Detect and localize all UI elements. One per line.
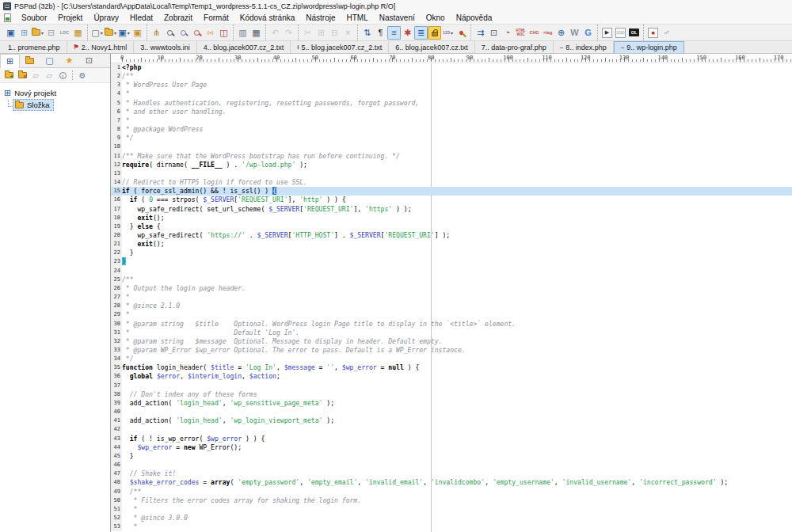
panel-tab-files[interactable] xyxy=(20,54,40,68)
script-template-icon[interactable]: ‹›* xyxy=(660,26,673,40)
html-validator-icon[interactable]: HTMLW3C xyxy=(514,26,527,40)
console-icon[interactable]: OL xyxy=(627,26,641,40)
new-window-icon[interactable]: ⊡ xyxy=(487,26,501,40)
chg-converter-icon[interactable]: CHG xyxy=(527,26,541,40)
panel-tab-windows[interactable]: ⊡ xyxy=(79,54,99,68)
menu-projekt[interactable]: Projekt xyxy=(52,13,88,22)
project-info-icon[interactable]: i xyxy=(56,69,69,82)
toolbar-group: ⇅¶≡✱≣123▾ xyxy=(358,25,471,40)
matching-bracket-icon[interactable]: (+) xyxy=(204,26,217,40)
line-number: 43 xyxy=(111,435,122,443)
project-remove-folder-icon[interactable]: × xyxy=(16,69,29,82)
ruler-mark: 120 xyxy=(581,55,591,61)
new-file-icon[interactable]: ▢▾ xyxy=(90,26,104,40)
menu-pravy[interactable]: Úpravy xyxy=(88,13,124,22)
redo-icon[interactable]: ↷ xyxy=(282,26,295,40)
code-text: // Shake it! xyxy=(122,469,792,478)
project-settings-icon[interactable]: ▦ xyxy=(71,26,85,40)
new-project-icon[interactable]: ▣ xyxy=(4,26,17,40)
code-line: 6 * and other user handling. xyxy=(111,108,792,116)
menu-okno[interactable]: Okno xyxy=(421,13,451,22)
code-area[interactable]: 1<?php2/**3 * WordPress User Page4 *5 * … xyxy=(111,63,792,532)
compare-files-icon[interactable]: ◫ xyxy=(217,26,230,40)
file-tab[interactable]: ⚑2.. Novy1.html xyxy=(67,41,135,53)
replace-icon[interactable] xyxy=(177,26,190,40)
line-number: 24 xyxy=(111,267,122,276)
web-globe-icon[interactable]: ⊕ xyxy=(554,26,568,40)
file-tab-active[interactable]: –9.. wp-login.php xyxy=(614,41,684,53)
line-numbers-icon[interactable]: ≣ xyxy=(414,26,428,40)
file-tab[interactable]: –8.. index.php xyxy=(554,41,614,53)
menu-nastaven[interactable]: Nastavení xyxy=(374,13,421,22)
panel-tab-favorites[interactable]: ★ xyxy=(59,54,79,68)
dropdown-arrow-icon: ▾ xyxy=(451,30,453,36)
pin-tab-icon[interactable] xyxy=(455,26,468,40)
indent-icon[interactable]: ⇉ xyxy=(474,26,487,40)
file-tab[interactable]: 7.. data-pro-graf.php xyxy=(475,41,554,53)
copy-project-icon[interactable]: ⊞ xyxy=(17,26,31,40)
open-file-icon[interactable]: ▾ xyxy=(104,26,117,40)
file-tab[interactable]: 3.. wwwtools.ini xyxy=(134,41,197,53)
open-project-icon[interactable]: ▾ xyxy=(31,26,44,40)
search-icon[interactable] xyxy=(163,26,177,40)
syntax-highlight-icon[interactable]: ✱ xyxy=(401,26,414,40)
dropdown-arrow-icon: ▾ xyxy=(114,30,116,36)
w3c-filter-icon[interactable]: W xyxy=(568,26,581,40)
project-tools-icon[interactable]: ⚙ xyxy=(76,69,89,82)
tree-item-folder-selected[interactable]: Složka xyxy=(13,99,54,111)
code-explorer-icon[interactable]: ⋔ xyxy=(150,26,163,40)
sort-icon[interactable]: ⇅ xyxy=(360,26,374,40)
menu-html[interactable]: HTML xyxy=(341,13,374,22)
search-in-files-icon[interactable] xyxy=(190,26,204,40)
formatting-marks-icon[interactable]: ¶ xyxy=(374,26,387,40)
dropdown-arrow-icon: ▾ xyxy=(41,30,44,36)
print-icon[interactable]: ▦ xyxy=(249,26,263,40)
menu-hledat[interactable]: Hledat xyxy=(124,13,158,22)
menu-nstroje[interactable]: Nástroje xyxy=(300,13,341,22)
panel-tab-desktop[interactable]: ▢ xyxy=(40,54,59,68)
tree-item-project-root[interactable]: ⊞ Nový projekt xyxy=(2,87,108,99)
code-line: 37 xyxy=(111,382,792,390)
add-file-to-project-icon[interactable]: ⊟ xyxy=(44,26,58,40)
file-tab[interactable]: 4.. blog.jacek007.cz_2.txt xyxy=(197,41,291,53)
toolbar-separator xyxy=(72,70,73,80)
menu-formt[interactable]: Formát xyxy=(198,13,234,22)
menu-soubor[interactable]: Soubor xyxy=(16,13,52,22)
record-macro-icon[interactable]: ■ xyxy=(646,26,660,40)
project-add-folder-icon[interactable]: + xyxy=(2,69,15,82)
code-line: 53 * xyxy=(111,522,792,531)
line-number: 41 xyxy=(111,416,122,425)
code-text: * xyxy=(122,522,792,531)
menu-npovda[interactable]: Nápověda xyxy=(451,13,498,22)
file-tab[interactable]: 1.. promene.php xyxy=(2,41,67,53)
save-all-icon[interactable]: ▣ xyxy=(131,26,144,40)
binary-view-icon[interactable]: 1010 xyxy=(614,26,627,40)
tag-tools-icon[interactable]: <tag xyxy=(541,26,554,40)
run-script-icon[interactable]: ▶ xyxy=(600,26,614,40)
code-line: 16 if ( 0 === strpos( $_SERVER['REQUEST_… xyxy=(111,196,792,204)
chart-icon[interactable]: ◔ xyxy=(501,26,514,40)
undo-icon[interactable]: ↶ xyxy=(268,26,282,40)
paste-icon[interactable]: ⊟ xyxy=(328,26,341,40)
ruler-mark: 150 xyxy=(696,55,706,61)
word-wrap-icon[interactable]: ≡ xyxy=(387,26,401,40)
project-loc-icon[interactable]: LOC xyxy=(58,26,71,40)
line-number: 18 xyxy=(111,214,122,222)
print-preview-icon[interactable]: ▥ xyxy=(236,26,249,40)
menu-kdovstrnka[interactable]: Kódová stránka xyxy=(234,13,301,22)
save-file-icon[interactable]: ▣▾ xyxy=(117,26,131,40)
code-line: 45 } xyxy=(111,452,792,461)
delete-icon[interactable]: × xyxy=(341,26,355,40)
copy-icon[interactable]: ⊞ xyxy=(314,26,328,40)
file-tab[interactable]: 6.. blog.jacek007.cz.txt xyxy=(389,41,475,53)
char-code-icon[interactable]: 123▾ xyxy=(441,26,455,40)
read-only-lock-icon[interactable] xyxy=(428,26,441,40)
panel-tab-project[interactable]: ⊞ xyxy=(0,54,20,68)
menu-zobrazit[interactable]: Zobrazit xyxy=(158,13,198,22)
cut-icon[interactable]: ✂ xyxy=(301,26,314,40)
file-tab[interactable]: i5.. blog.jacek007.cz_2.txt xyxy=(291,41,389,53)
code-text: * @param string $title Optional. WordPre… xyxy=(122,320,792,329)
google-search-icon[interactable]: G xyxy=(581,26,595,40)
project-open-folder-icon[interactable]: ▱ xyxy=(43,69,55,82)
project-new-folder-icon[interactable]: ▱ xyxy=(29,69,42,82)
